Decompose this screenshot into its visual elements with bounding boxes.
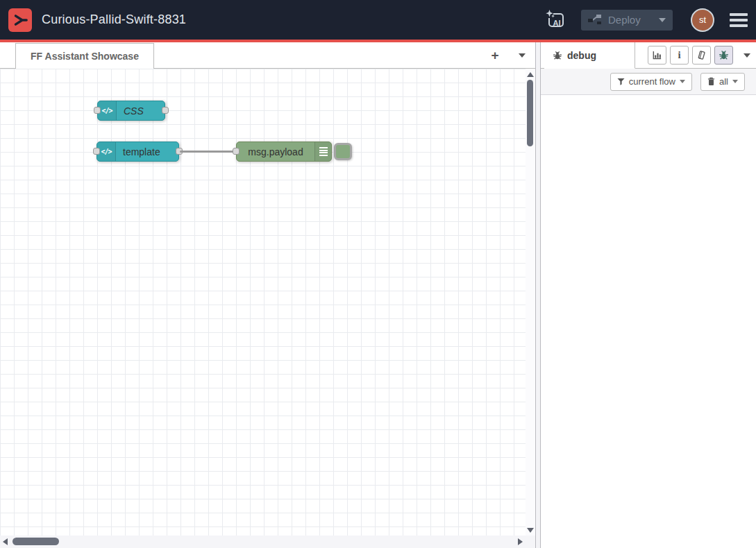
node-label: template <box>116 142 178 161</box>
clear-caret-icon <box>732 80 738 83</box>
output-port[interactable] <box>162 107 169 114</box>
filter-scope-button[interactable]: current flow <box>610 73 692 91</box>
input-port[interactable] <box>94 107 101 114</box>
scroll-right-arrow[interactable] <box>518 538 523 545</box>
input-port[interactable] <box>93 148 100 155</box>
header-bar: Curious-Pallid-Swift-8831 AI Deploy st <box>0 0 756 42</box>
deploy-nodes-icon <box>588 14 602 26</box>
flow-tab-label: FF Assistant Showcase <box>31 51 139 62</box>
info-button[interactable]: i <box>670 46 689 65</box>
wire-template-to-debug[interactable] <box>180 151 237 153</box>
vertical-scroll-thumb[interactable] <box>527 80 533 146</box>
deploy-button[interactable]: Deploy <box>581 10 673 31</box>
node-debug[interactable]: msg.payload <box>236 142 332 162</box>
code-icon: </> <box>98 101 117 120</box>
add-flow-button[interactable]: + <box>487 47 503 64</box>
bar-chart-icon <box>652 50 662 60</box>
flow-list-caret-icon[interactable] <box>519 53 526 58</box>
debug-messages-panel[interactable] <box>541 95 756 548</box>
hamburger-icon <box>730 19 748 22</box>
sidebar-resize-handle[interactable] <box>535 42 541 548</box>
workspace: FF Assistant Showcase + </> CSS <box>0 42 535 548</box>
dashboard-chart-button[interactable] <box>648 46 666 65</box>
sidebar: debug i <box>541 42 756 548</box>
flow-tab[interactable]: FF Assistant Showcase <box>15 43 154 69</box>
svg-text:AI: AI <box>553 18 561 26</box>
input-port[interactable] <box>233 148 240 155</box>
sidebar-tab-debug[interactable]: debug <box>544 42 635 69</box>
hamburger-icon <box>730 13 748 16</box>
debug-panel-button[interactable] <box>714 46 733 65</box>
node-red-editor: Curious-Pallid-Swift-8831 AI Deploy st <box>0 0 756 548</box>
node-template[interactable]: </> template <box>96 142 179 162</box>
bug-icon <box>553 51 562 60</box>
debug-sidebar-indicator-icon <box>314 142 331 161</box>
vertical-scrollbar[interactable] <box>526 69 535 536</box>
debug-enable-toggle-button[interactable] <box>334 143 352 160</box>
deploy-caret-icon[interactable] <box>659 18 666 22</box>
user-avatar[interactable]: st <box>691 8 714 32</box>
flowfuse-logo-icon <box>11 11 29 29</box>
debug-filter-toolbar: current flow all <box>541 69 756 95</box>
sidebar-tab-buttons: i <box>648 42 756 68</box>
ai-assistant-button[interactable]: AI <box>544 8 567 32</box>
sidebar-menu-caret-icon[interactable] <box>744 53 750 58</box>
scroll-up-arrow[interactable] <box>527 72 534 77</box>
code-icon: </> <box>97 142 116 161</box>
bug-icon <box>719 50 729 60</box>
book-icon <box>696 50 707 60</box>
help-docs-button[interactable] <box>692 46 711 65</box>
flow-canvas[interactable]: </> CSS </> template <box>0 69 526 536</box>
sidebar-tab-bar: debug i <box>541 42 756 69</box>
deploy-button-label: Deploy <box>608 14 653 26</box>
trash-icon <box>707 77 715 86</box>
scroll-down-arrow[interactable] <box>527 528 534 533</box>
main-menu-button[interactable] <box>730 13 748 27</box>
filter-scope-label: current flow <box>629 76 675 87</box>
main-area: FF Assistant Showcase + </> CSS <box>0 42 756 548</box>
clear-messages-button[interactable]: all <box>700 73 745 91</box>
ai-sparkle-icon: AI <box>544 8 567 32</box>
horizontal-scrollbar[interactable] <box>0 536 535 548</box>
flowfuse-logo[interactable] <box>8 8 32 32</box>
flow-tab-bar: FF Assistant Showcase + <box>0 42 535 69</box>
info-icon: i <box>678 50 680 60</box>
clear-messages-label: all <box>719 76 728 87</box>
node-css-template[interactable]: </> CSS <box>97 101 165 121</box>
funnel-icon <box>617 78 625 85</box>
filter-caret-icon <box>680 80 685 83</box>
sidebar-tab-label: debug <box>567 50 596 61</box>
hamburger-icon <box>730 24 748 27</box>
horizontal-scroll-thumb[interactable] <box>12 538 59 545</box>
scroll-left-arrow[interactable] <box>3 538 8 545</box>
page-title: Curious-Pallid-Swift-8831 <box>42 12 186 27</box>
node-label: msg.payload <box>237 142 314 161</box>
canvas-row: </> CSS </> template <box>0 69 535 536</box>
node-label: CSS <box>117 101 165 120</box>
